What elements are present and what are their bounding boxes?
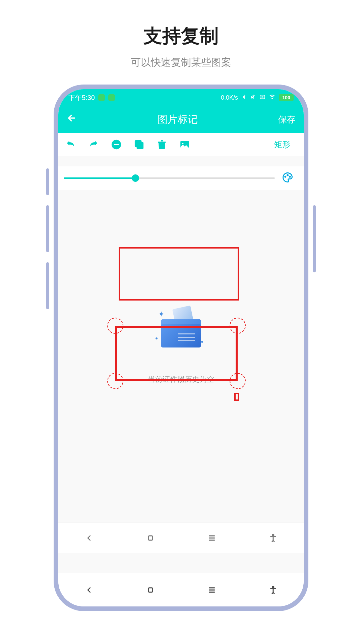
resize-handle-top-right[interactable]	[230, 318, 246, 334]
nav-home-icon[interactable]	[137, 533, 164, 543]
phone-frame: 下午5:30 0.0K/s 100	[54, 85, 308, 611]
svg-point-15	[273, 534, 274, 536]
delete-icon[interactable]	[156, 139, 168, 150]
promo-header: 支持复制 可以快速复制某些图案	[0, 0, 362, 69]
nav-accessibility-icon[interactable]	[260, 533, 287, 543]
svg-rect-11	[148, 536, 153, 540]
slider-thumb[interactable]	[132, 174, 139, 182]
svg-point-7	[182, 143, 183, 144]
resize-handle-bottom-left[interactable]	[107, 373, 123, 389]
app-header: 图片标记 保存	[58, 106, 304, 133]
selected-annotation-rectangle[interactable]	[115, 326, 238, 381]
stroke-width-slider[interactable]	[64, 171, 275, 185]
nav-recents-icon[interactable]	[198, 533, 225, 543]
promo-title: 支持复制	[0, 23, 362, 49]
phone-volume-down	[46, 262, 49, 309]
wifi-icon	[269, 94, 276, 102]
close-box-icon	[259, 94, 265, 102]
svg-point-2	[272, 98, 273, 99]
stroke-width-row	[58, 166, 304, 190]
phone-side-button	[46, 168, 49, 195]
copy-icon[interactable]	[133, 139, 145, 150]
outer-nav-bar	[58, 573, 304, 606]
status-time: 下午5:30	[68, 93, 95, 102]
bluetooth-icon	[241, 94, 247, 101]
annotation-rectangle[interactable]	[119, 247, 239, 301]
undo-icon[interactable]	[65, 139, 76, 150]
mute-icon	[250, 94, 256, 102]
back-arrow-icon[interactable]	[66, 112, 77, 126]
status-bar: 下午5:30 0.0K/s 100	[58, 89, 304, 106]
color-palette-icon[interactable]	[282, 171, 294, 185]
save-button[interactable]: 保存	[278, 114, 296, 125]
shape-selector[interactable]: 矩形	[274, 139, 297, 150]
promo-subtitle: 可以快速复制某些图案	[0, 56, 362, 69]
toolbar: 矩形	[58, 133, 304, 156]
nav-back-icon[interactable]	[76, 585, 103, 595]
annotation-rectangle-small[interactable]	[234, 393, 239, 401]
svg-point-20	[273, 586, 274, 588]
nav-home-icon[interactable]	[137, 585, 164, 595]
svg-rect-4	[114, 144, 119, 145]
nav-recents-icon[interactable]	[198, 585, 225, 595]
phone-volume-up	[46, 205, 49, 252]
remove-circle-icon[interactable]	[111, 139, 122, 150]
canvas-area[interactable]: ✦ 当前证件照历史为空	[58, 190, 304, 555]
svg-point-8	[285, 176, 286, 177]
phone-power-button	[313, 205, 316, 272]
resize-handle-bottom-right[interactable]	[230, 373, 246, 389]
svg-rect-16	[148, 588, 153, 592]
svg-point-10	[289, 176, 290, 177]
status-app-badge-icon	[108, 94, 115, 101]
svg-point-9	[287, 175, 288, 176]
nav-accessibility-icon[interactable]	[260, 585, 287, 595]
battery-icon: 100	[279, 94, 294, 101]
resize-handle-top-left[interactable]	[107, 318, 123, 334]
status-net-speed: 0.0K/s	[221, 94, 238, 101]
image-icon[interactable]	[179, 139, 190, 150]
nav-back-icon[interactable]	[76, 533, 103, 543]
inner-nav-bar	[58, 523, 304, 553]
redo-icon[interactable]	[88, 139, 99, 150]
status-app-badge-icon	[98, 94, 105, 101]
app-title: 图片标记	[77, 113, 278, 126]
